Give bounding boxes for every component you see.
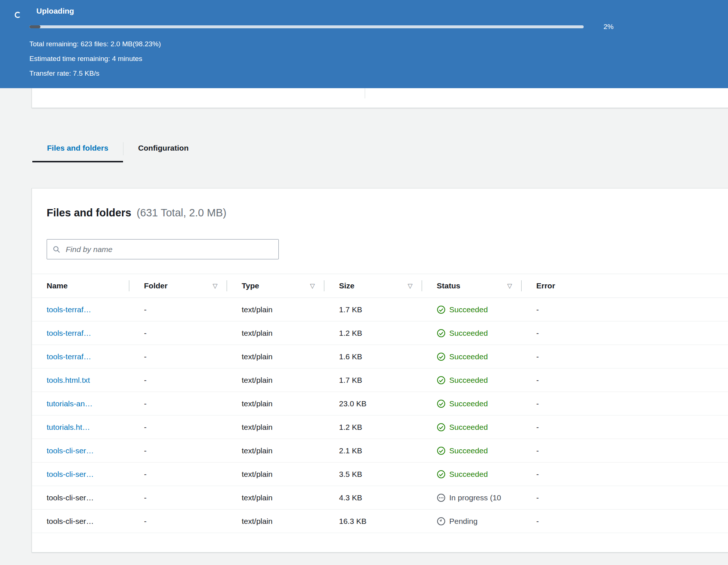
table-row: tools-terraf… - text/plain 1.2 KB Succee… — [32, 321, 728, 345]
type-cell: text/plain — [227, 510, 324, 533]
type-cell: text/plain — [227, 415, 324, 439]
name-cell: tools.html.txt — [32, 368, 129, 392]
file-name-link[interactable]: tools-cli-ser… — [47, 470, 94, 479]
check-circle-icon — [437, 376, 446, 385]
size-cell: 1.2 KB — [324, 321, 422, 345]
panel-header: Files and folders (631 Total, 2.0 MB) — [47, 206, 714, 221]
panel-count-summary: (631 Total, 2.0 MB) — [137, 207, 226, 219]
error-cell: - — [522, 298, 728, 321]
size-cell: 1.7 KB — [324, 298, 422, 321]
size-cell: 1.2 KB — [324, 415, 422, 439]
table-row: tools-cli-ser… - text/plain 2.1 KB Succe… — [32, 439, 728, 463]
name-cell: tools-terraf… — [32, 321, 129, 345]
type-cell: text/plain — [227, 345, 324, 368]
error-cell: - — [522, 510, 728, 533]
column-header-label: Error — [536, 281, 555, 290]
status-cell: Succeeded — [422, 439, 522, 462]
status-text: Succeeded — [449, 352, 488, 361]
name-cell: tools-terraf… — [32, 345, 129, 368]
table-row: tools.html.txt - text/plain 1.7 KB Succe… — [32, 368, 728, 392]
error-cell: - — [522, 486, 728, 509]
tab-files-and-folders[interactable]: Files and folders — [32, 135, 123, 162]
status-cell: Succeeded — [422, 368, 522, 392]
type-cell: text/plain — [227, 321, 324, 345]
upload-progress-fill — [29, 25, 40, 28]
column-header-type[interactable]: Type▽ — [227, 274, 324, 298]
sort-icon[interactable]: ▽ — [507, 282, 512, 290]
column-header-label: Status — [437, 281, 460, 290]
upload-progress-bar — [29, 25, 584, 28]
spinner-icon — [15, 12, 21, 18]
file-name-link[interactable]: tools-terraf… — [47, 329, 91, 338]
status-cell: Pending — [422, 510, 522, 533]
name-cell: tools-cli-ser… — [32, 463, 129, 486]
transfer-rate-text: Transfer rate: 7.5 KB/s — [29, 66, 728, 81]
type-cell: text/plain — [227, 439, 324, 462]
column-header-size[interactable]: Size▽ — [324, 274, 422, 298]
panel-title: Files and folders — [47, 207, 131, 219]
tab-configuration[interactable]: Configuration — [123, 135, 203, 162]
table-body: tools-terraf… - text/plain 1.7 KB Succee… — [32, 298, 728, 533]
status-text: Succeeded — [449, 446, 488, 455]
name-cell: tools-cli-ser… — [32, 439, 129, 462]
table-row: tools-terraf… - text/plain 1.6 KB Succee… — [32, 345, 728, 368]
size-cell: 4.3 KB — [324, 486, 422, 509]
status-cell: Succeeded — [422, 463, 522, 486]
file-name-link[interactable]: tools-terraf… — [47, 352, 91, 361]
status-text: Pending — [449, 517, 477, 526]
file-name-link[interactable]: tools-terraf… — [47, 305, 91, 314]
file-name-link[interactable]: tools.html.txt — [47, 376, 90, 385]
name-cell: tools-cli-ser… — [32, 510, 129, 533]
error-cell: - — [522, 463, 728, 486]
column-header-folder[interactable]: Folder▽ — [129, 274, 227, 298]
type-cell: text/plain — [227, 368, 324, 392]
status-text: Succeeded — [449, 470, 488, 479]
sort-icon[interactable]: ▽ — [213, 282, 217, 290]
table-row: tools-terraf… - text/plain 1.7 KB Succee… — [32, 298, 728, 321]
file-name-text: tools-cli-ser… — [47, 493, 94, 502]
search-box — [47, 239, 279, 259]
status-text: In progress (10 — [449, 493, 501, 502]
size-cell: 3.5 KB — [324, 463, 422, 486]
check-circle-icon — [437, 399, 446, 408]
error-cell: - — [522, 368, 728, 392]
type-cell: text/plain — [227, 298, 324, 321]
panel-divider — [365, 88, 365, 98]
type-cell: text/plain — [227, 392, 324, 415]
error-cell: - — [522, 439, 728, 462]
folder-cell: - — [129, 439, 227, 462]
name-cell: tutorials-an… — [32, 392, 129, 415]
folder-cell: - — [129, 415, 227, 439]
search-icon — [53, 245, 61, 253]
status-text: Succeeded — [449, 399, 488, 408]
check-circle-icon — [437, 352, 446, 361]
name-cell: tutorials.ht… — [32, 415, 129, 439]
sort-icon[interactable]: ▽ — [310, 282, 315, 290]
status-cell: Succeeded — [422, 345, 522, 368]
folder-cell: - — [129, 298, 227, 321]
status-cell: Succeeded — [422, 321, 522, 345]
size-cell: 1.6 KB — [324, 345, 422, 368]
column-header-status[interactable]: Status▽ — [422, 274, 522, 298]
status-text: Succeeded — [449, 305, 488, 314]
column-header-label: Type — [242, 281, 259, 290]
table-header-row: NameFolder▽Type▽Size▽Status▽Error — [32, 274, 728, 298]
folder-cell: - — [129, 392, 227, 415]
error-cell: - — [522, 415, 728, 439]
column-header-error: Error — [522, 274, 728, 298]
folder-cell: - — [129, 486, 227, 509]
status-text: Succeeded — [449, 376, 488, 385]
check-circle-icon — [437, 305, 446, 314]
collapsed-panel-edge — [32, 88, 728, 108]
folder-cell: - — [129, 345, 227, 368]
sort-icon[interactable]: ▽ — [408, 282, 412, 290]
file-name-text: tools-cli-ser… — [47, 517, 94, 526]
size-cell: 16.3 KB — [324, 510, 422, 533]
file-name-link[interactable]: tutorials-an… — [47, 399, 93, 408]
search-input[interactable] — [65, 239, 273, 259]
file-name-link[interactable]: tools-cli-ser… — [47, 446, 94, 455]
pending-clock-icon — [437, 517, 446, 526]
file-name-link[interactable]: tutorials.ht… — [47, 423, 90, 432]
status-text: Succeeded — [449, 329, 488, 338]
upload-progress-percent: 2% — [603, 23, 613, 31]
